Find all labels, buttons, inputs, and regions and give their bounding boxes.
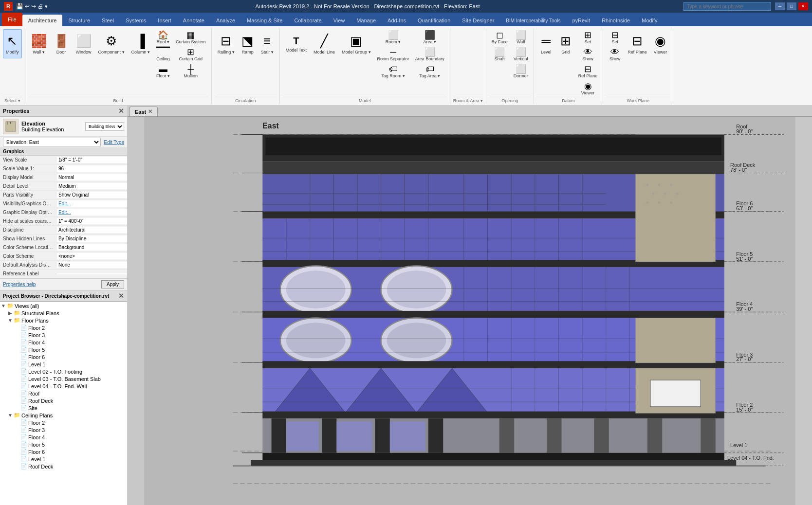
tab-quantification[interactable]: Quantification (412, 15, 456, 26)
properties-close[interactable]: ✕ (118, 107, 124, 115)
tree-toggle[interactable]: ▼ (0, 303, 7, 308)
tree-item[interactable]: 📄Floor 3 (0, 331, 127, 339)
tree-item[interactable]: ▼📁Ceiling Plans (0, 412, 127, 419)
tree-item[interactable]: 📄Level 1 (0, 455, 127, 463)
tab-rhinoinside[interactable]: RhinoInside (596, 15, 636, 26)
tree-item[interactable]: 📄Floor 4 (0, 339, 127, 346)
tab-site-designer[interactable]: Site Designer (456, 15, 500, 26)
tab-manage[interactable]: Manage (351, 15, 382, 26)
view-tab-east[interactable]: East ✕ (129, 107, 158, 116)
prop-field-value[interactable]: Edit... (56, 200, 127, 207)
prop-field-value[interactable]: Edit... (56, 209, 127, 216)
edit-type-link[interactable]: Edit Type (104, 140, 124, 145)
qa-settings[interactable]: ▾ (45, 3, 48, 10)
ribbon-btn-area-boundary[interactable]: ⬜ Area Boundary (413, 46, 447, 63)
ribbon-btn-viewer[interactable]: ◉ Viewer (576, 80, 600, 97)
ribbon-btn-area[interactable]: ⬛ Area ▾ (413, 29, 447, 46)
tree-item[interactable]: 📄Floor 6 (0, 448, 127, 455)
ribbon-btn-modify[interactable]: ↖ Modify (3, 29, 22, 58)
ribbon-btn-floor[interactable]: ▬ Floor ▾ (154, 63, 172, 80)
ribbon-btn-room[interactable]: ⬜ Room ▾ (375, 29, 412, 46)
tab-structure[interactable]: Structure (62, 15, 96, 26)
tab-view[interactable]: View (328, 15, 351, 26)
ribbon-btn-by-face[interactable]: ◻ By Face (489, 29, 510, 46)
ribbon-btn-roof[interactable]: 🏠 Roof ▾ (154, 29, 172, 46)
ribbon-btn-curtain-system[interactable]: ▦ Curtain System (173, 29, 208, 46)
ribbon-btn-column[interactable]: ▐ Column ▾ (129, 29, 153, 58)
ribbon-btn-set-wp[interactable]: ⊟ Set (606, 29, 624, 46)
tab-file[interactable]: File (2, 13, 22, 26)
ribbon-btn-stair[interactable]: ≡ Stair ▾ (258, 29, 277, 58)
ribbon-btn-wall[interactable]: 🧱 Wall ▾ (28, 29, 50, 58)
ribbon-btn-mullion[interactable]: ┼ Mullion (173, 63, 208, 80)
view-tab-east-close[interactable]: ✕ (148, 108, 152, 115)
tree-toggle[interactable]: ▶ (7, 310, 14, 316)
ribbon-btn-show[interactable]: 👁 Show (576, 46, 600, 63)
tree-item[interactable]: ▼📁Views (all) (0, 302, 127, 309)
tree-item[interactable]: 📄Level 1 (0, 361, 127, 368)
ribbon-btn-grid[interactable]: ⊞ Grid (556, 29, 575, 58)
tab-pyrevit[interactable]: pyRevit (566, 15, 596, 26)
ribbon-btn-show-wp[interactable]: 👁 Show (606, 46, 624, 63)
pb-tree[interactable]: ▼📁Views (all)▶📁Structural Plans▼📁Floor P… (0, 302, 127, 505)
properties-scroll[interactable]: View Scale1/8" = 1'-0"Scale Value 1:96Di… (0, 156, 127, 278)
ribbon-btn-curtain-grid[interactable]: ⊞ Curtain Grid (173, 46, 208, 63)
ribbon-btn-level[interactable]: ═ Level (537, 29, 555, 58)
tree-item[interactable]: 📄Floor 5 (0, 441, 127, 448)
tab-architecture[interactable]: Architecture (22, 15, 63, 26)
ribbon-btn-room-separator[interactable]: ─ Room Separator (375, 46, 412, 63)
tab-modify[interactable]: Modify (636, 15, 663, 26)
qa-redo[interactable]: ↪ (31, 3, 36, 10)
tab-analyze[interactable]: Analyze (210, 15, 241, 26)
tab-systems[interactable]: Systems (120, 15, 152, 26)
tree-item[interactable]: 📄Level 03 - T.O. Basement Slab (0, 375, 127, 382)
tree-item[interactable]: 📄Roof Deck (0, 397, 127, 404)
close-button[interactable]: ✕ (798, 2, 808, 10)
ribbon-btn-door[interactable]: 🚪 Door (51, 29, 72, 58)
properties-help-link[interactable]: Properties help (3, 282, 36, 287)
ribbon-btn-shaft[interactable]: ⬜ Shaft (489, 46, 510, 63)
ribbon-btn-ref-plane[interactable]: ⊟ Ref Plane (576, 63, 600, 80)
tree-item[interactable]: 📄Floor 2 (0, 419, 127, 426)
ribbon-btn-tag-room[interactable]: 🏷 Tag Room ▾ (375, 63, 412, 80)
tree-item[interactable]: 📄Floor 4 (0, 433, 127, 441)
tree-item[interactable]: ▼📁Floor Plans (0, 317, 127, 324)
tree-item[interactable]: 📄Roof (0, 390, 127, 397)
minimize-button[interactable]: ─ (775, 2, 785, 10)
ribbon-btn-model-line[interactable]: ╱ Model Line (311, 29, 338, 58)
ribbon-btn-set[interactable]: ⊞ Set (576, 29, 600, 46)
tree-item[interactable]: 📄Floor 2 (0, 324, 127, 331)
pb-close[interactable]: ✕ (118, 292, 124, 300)
tree-item[interactable]: 📄Floor 3 (0, 426, 127, 433)
ribbon-btn-ramp[interactable]: ⬔ Ramp (239, 29, 257, 58)
tab-annotate[interactable]: Annotate (177, 15, 210, 26)
qa-print[interactable]: 🖨 (37, 3, 43, 10)
ribbon-btn-ref-plane-wp[interactable]: ⊟ Ref Plane (625, 29, 650, 58)
qa-undo[interactable]: ↩ (25, 3, 30, 10)
tree-item[interactable]: 📄Roof Deck (0, 463, 127, 470)
tree-item[interactable]: ▶📁Structural Plans (0, 309, 127, 317)
tab-insert[interactable]: Insert (152, 15, 177, 26)
ribbon-btn-vertical[interactable]: ⬜ Vertical (511, 46, 531, 63)
tree-toggle[interactable]: ▼ (7, 413, 14, 418)
tab-bim[interactable]: BIM Interoperability Tools (500, 15, 566, 26)
ribbon-btn-model-text[interactable]: T Model Text (283, 29, 310, 58)
tab-steel[interactable]: Steel (96, 15, 120, 26)
prop-view-dropdown[interactable]: Elevation: East (3, 138, 101, 146)
ribbon-btn-ceiling[interactable]: ▔▔ Ceiling (154, 46, 172, 63)
ribbon-btn-tag-area[interactable]: 🏷 Tag Area ▾ (413, 63, 447, 80)
ribbon-btn-viewer-wp[interactable]: ◉ Viewer (651, 29, 670, 58)
tree-item[interactable]: 📄Floor 6 (0, 353, 127, 361)
tree-item[interactable]: 📄Floor 5 (0, 346, 127, 353)
view-canvas[interactable]: Roof 90' - 0" Roof Deck 78' - 0" Floor 6… (128, 117, 812, 505)
tree-item[interactable]: 📄Level 02 - T.O. Footing (0, 368, 127, 375)
tab-collaborate[interactable]: Collaborate (288, 15, 327, 26)
keyword-search[interactable] (683, 2, 771, 11)
tab-massing[interactable]: Massing & Site (241, 15, 288, 26)
tree-item[interactable]: 📄Level 04 - T.O. Fnd. Wall (0, 382, 127, 390)
ribbon-btn-window[interactable]: ⬜ Window (73, 29, 94, 58)
ribbon-btn-railing[interactable]: ⊟ Railing ▾ (215, 29, 238, 58)
ribbon-btn-model-group[interactable]: ▣ Model Group ▾ (339, 29, 374, 58)
tab-addins[interactable]: Add-Ins (382, 15, 412, 26)
ribbon-btn-component[interactable]: ⚙ Component ▾ (95, 29, 128, 58)
